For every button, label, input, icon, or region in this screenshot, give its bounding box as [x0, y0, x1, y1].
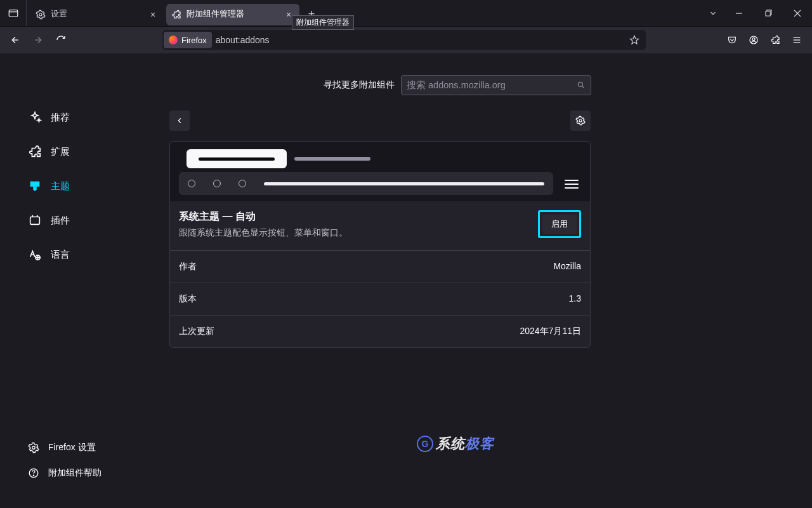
puzzle-icon: [171, 10, 181, 20]
maximize-button[interactable]: [754, 0, 783, 27]
pocket-icon: [727, 35, 737, 45]
svg-rect-0: [9, 10, 18, 17]
list-tabs-button[interactable]: [702, 9, 724, 18]
sidebar-addons-help[interactable]: 附加组件帮助: [28, 467, 152, 479]
identity-box[interactable]: Firefox: [164, 32, 212, 48]
chevron-left-icon: [175, 116, 184, 125]
bookmark-button[interactable]: [625, 35, 643, 45]
svg-rect-15: [30, 217, 40, 225]
tab-tooltip: 附加组件管理器: [292, 15, 354, 30]
sidebar-firefox-settings[interactable]: Firefox 设置: [28, 442, 152, 453]
identity-label: Firefox: [181, 36, 207, 45]
account-button[interactable]: [743, 30, 764, 50]
extensions-button[interactable]: [765, 30, 785, 50]
puzzle-icon: [28, 145, 42, 159]
preview-active-tab: [187, 149, 287, 168]
sidebar-item-extensions[interactable]: 扩展: [28, 145, 152, 159]
gear-icon: [575, 116, 586, 126]
pocket-button[interactable]: [722, 30, 742, 50]
hamburger-icon: [792, 35, 802, 45]
enable-highlight: 启用: [538, 210, 581, 238]
theme-detail-card: 系统主题 — 自动 跟随系统主题配色显示按钮、菜单和窗口。 启用 作者 Mozi…: [169, 141, 591, 348]
meta-value: Mozilla: [553, 261, 581, 272]
panel-settings-button[interactable]: [570, 110, 591, 131]
sidebar-item-plugins[interactable]: 插件: [28, 213, 152, 227]
help-icon: [28, 467, 39, 479]
enable-button[interactable]: 启用: [542, 215, 577, 234]
svg-point-19: [32, 446, 36, 450]
addon-search-input[interactable]: [407, 80, 577, 90]
category-sidebar: 推荐 扩展 主题 插件 语言 Firefox 设置: [0, 53, 169, 508]
addon-search-box[interactable]: [401, 75, 591, 95]
meta-label: 作者: [179, 261, 197, 272]
panel-back-button[interactable]: [169, 110, 190, 131]
tab-label: 附加组件管理器: [187, 9, 278, 20]
tab-strip: 设置 × 附加组件管理器 × +: [27, 0, 702, 26]
sidebar-toggle-button[interactable]: [0, 0, 27, 26]
account-icon: [749, 35, 759, 45]
minimize-button[interactable]: [724, 0, 754, 27]
meta-value: 2024年7月11日: [520, 326, 581, 337]
watermark-text: 系统极客: [436, 434, 494, 453]
tab-addons[interactable]: 附加组件管理器 ×: [166, 4, 299, 25]
url-text: about:addons: [216, 35, 622, 45]
url-bar[interactable]: Firefox about:addons: [162, 30, 646, 50]
reload-icon: [56, 35, 66, 45]
sidebar-item-label: 附加组件帮助: [48, 467, 102, 479]
app-menu-button[interactable]: [787, 30, 807, 50]
panel-icon: [8, 8, 19, 19]
watermark: G 系统极客: [417, 434, 494, 453]
preview-inactive-tab: [294, 157, 370, 161]
meta-row-author: 作者 Mozilla: [170, 251, 590, 283]
svg-point-24: [579, 119, 582, 122]
language-icon: [28, 248, 42, 262]
tab-label: 设置: [51, 9, 142, 20]
main-panel: 寻找更多附加组件: [169, 53, 812, 508]
navigation-toolbar: Firefox about:addons: [0, 27, 812, 53]
sidebar-item-label: 插件: [51, 215, 70, 227]
sidebar-item-recommendations[interactable]: 推荐: [28, 110, 152, 124]
reload-button[interactable]: [51, 30, 71, 50]
window-controls: [702, 0, 812, 26]
theme-preview: [170, 142, 590, 201]
svg-line-23: [582, 86, 584, 88]
sidebar-item-themes[interactable]: 主题: [28, 179, 152, 193]
plugin-icon: [28, 213, 42, 227]
meta-row-updated: 上次更新 2024年7月11日: [170, 316, 590, 347]
tab-close-button[interactable]: ×: [147, 9, 159, 20]
forward-button[interactable]: [28, 30, 48, 50]
meta-row-version: 版本 1.3: [170, 283, 590, 316]
brush-icon: [28, 179, 42, 193]
theme-title: 系统主题 — 自动: [179, 210, 348, 224]
star-icon: [629, 35, 639, 45]
close-button[interactable]: [783, 0, 812, 27]
theme-description: 跟随系统主题配色显示按钮、菜单和窗口。: [179, 227, 348, 239]
arrow-left-icon: [10, 35, 20, 45]
addons-page: 推荐 扩展 主题 插件 语言 Firefox 设置: [0, 53, 812, 508]
sidebar-item-label: 推荐: [51, 112, 70, 124]
preview-toolbar: [179, 172, 553, 195]
svg-point-21: [33, 475, 34, 476]
back-button[interactable]: [5, 30, 25, 50]
meta-label: 上次更新: [179, 326, 214, 337]
svg-point-22: [578, 82, 582, 86]
preview-menu-icon: [565, 177, 579, 191]
search-icon: [577, 81, 586, 90]
sidebar-item-languages[interactable]: 语言: [28, 248, 152, 262]
chevron-down-icon: [709, 9, 717, 18]
svg-point-11: [752, 38, 755, 41]
sidebar-item-label: 主题: [51, 180, 70, 192]
meta-label: 版本: [179, 293, 197, 305]
sparkle-icon: [28, 110, 42, 124]
meta-value: 1.3: [569, 293, 581, 305]
puzzle-icon: [770, 35, 780, 45]
tab-settings[interactable]: 设置 ×: [30, 4, 164, 25]
search-label: 寻找更多附加组件: [324, 79, 395, 91]
gear-icon: [28, 442, 39, 453]
sidebar-item-label: Firefox 设置: [48, 442, 96, 453]
sidebar-item-label: 扩展: [51, 146, 70, 158]
arrow-right-icon: [33, 35, 43, 45]
gear-icon: [36, 10, 46, 20]
sidebar-item-label: 语言: [51, 249, 70, 261]
svg-rect-4: [765, 11, 769, 16]
